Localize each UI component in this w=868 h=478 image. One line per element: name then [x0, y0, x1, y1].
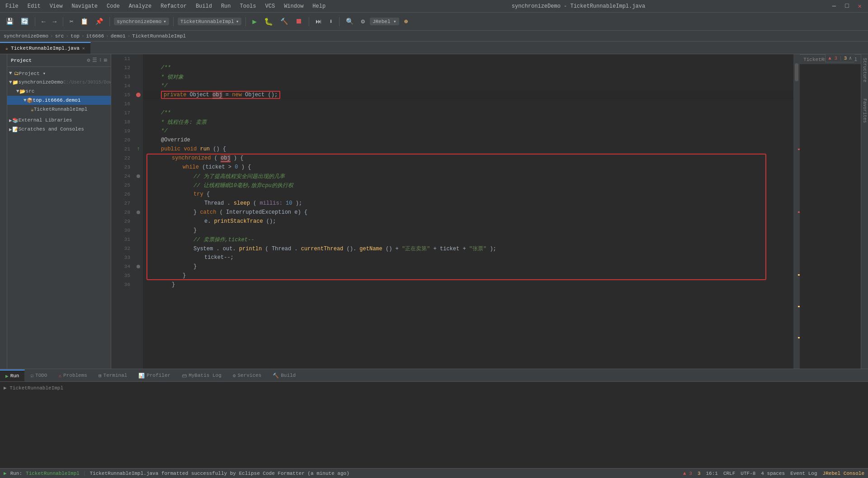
gutter-17: [134, 108, 143, 117]
menu-code[interactable]: Code: [105, 2, 122, 10]
menu-run[interactable]: Run: [219, 2, 233, 10]
cut-button[interactable]: ✂: [67, 16, 75, 27]
bottom-tab-run[interactable]: ▶ Run: [0, 370, 25, 381]
menu-view[interactable]: View: [48, 2, 65, 10]
line-19: 19: [111, 127, 134, 136]
step-over[interactable]: ⏭: [313, 17, 324, 27]
status-jrebel-console[interactable]: JRebel Console: [823, 471, 864, 476]
settings-icon[interactable]: ⊞: [104, 57, 107, 64]
build-button[interactable]: 🔨: [278, 16, 290, 27]
status-run-file[interactable]: TicketRunnableImpl: [26, 471, 80, 476]
main-content: Project ⚙ ☰ ↕ ⊞ ▼ 🗂 Project ▾ ▼ 📁 synchr…: [0, 54, 868, 369]
menu-window[interactable]: Window: [282, 2, 305, 10]
close-button[interactable]: ✕: [855, 1, 864, 11]
status-line-ending[interactable]: CRLF: [723, 471, 735, 476]
bottom-tab-services[interactable]: ⚙ Services: [227, 370, 267, 381]
collapse-icon[interactable]: ∧: [849, 55, 852, 61]
menu-vcs[interactable]: VCS: [264, 2, 277, 10]
gear-icon[interactable]: ⚙: [87, 57, 90, 64]
error-count: ▲ 3: [828, 56, 837, 61]
editor-tab-active[interactable]: ☕ TicketRunnableImpl.java ✕: [0, 42, 91, 54]
status-errors[interactable]: ▲ 3: [683, 471, 692, 476]
panel-tools[interactable]: ⚙ ☰ ↕ ⊞: [87, 57, 107, 64]
status-left: ▶ Run: TicketRunnableImpl | TicketRunnab…: [4, 470, 679, 476]
copy-button[interactable]: 📋: [78, 16, 90, 27]
settings-button[interactable]: ⚙: [359, 16, 367, 27]
sidebar-label-structure[interactable]: Structure: [861, 56, 868, 84]
tree-item-class[interactable]: ☕ TicketRunnableImpl: [7, 105, 111, 114]
code-content[interactable]: /** * 锁对象 */ private Object: [143, 54, 793, 369]
vertical-scrollbar[interactable]: [793, 54, 800, 369]
tree-item-root[interactable]: ▼ 🗂 Project ▾: [7, 69, 111, 78]
menu-bar[interactable]: File Edit View Navigate Code Analyze Ref…: [4, 2, 327, 10]
gutter-13: [134, 72, 143, 81]
maximize-button[interactable]: □: [842, 1, 851, 11]
tab-close-button[interactable]: ✕: [82, 46, 85, 51]
bottom-tab-terminal[interactable]: ⊞ Terminal: [93, 370, 133, 381]
minimize-button[interactable]: —: [830, 1, 839, 11]
tree-item-external[interactable]: ▶ 📚 External Libraries: [7, 116, 111, 125]
breadcrumb-item-demo1[interactable]: demo1: [111, 33, 126, 39]
expand-icon: ▼: [16, 89, 19, 94]
breadcrumb-item-it6666[interactable]: it6666: [86, 33, 104, 39]
project-dropdown[interactable]: synchronizeDemo ▾: [114, 18, 169, 25]
menu-build[interactable]: Build: [194, 2, 214, 10]
bottom-tab-profiler[interactable]: 📊 Profiler: [133, 370, 176, 381]
status-sep: |: [83, 471, 86, 476]
terminal-tab-label: Terminal: [104, 373, 127, 378]
bottom-tab-build[interactable]: 🔨 Build: [267, 370, 302, 381]
tree-item-project[interactable]: ▼ 📁 synchronizeDemo C:/Users/30315/Down.…: [7, 78, 111, 87]
dropdown-icon: ▾: [163, 19, 166, 24]
src-folder-icon: 📂: [19, 89, 26, 94]
menu-help[interactable]: Help: [311, 2, 327, 10]
menu-refactor[interactable]: Refactor: [159, 2, 189, 10]
status-encoding[interactable]: UTF-8: [741, 471, 755, 476]
breadcrumb-item-class[interactable]: TicketRunnableImpl: [132, 33, 186, 39]
search-button[interactable]: 🔍: [344, 16, 356, 27]
kw-void: void: [184, 146, 200, 152]
flame-button[interactable]: ⊕: [402, 16, 410, 27]
scroll-error-1: [798, 149, 800, 150]
gutter-18: [134, 117, 143, 127]
run-button[interactable]: ▶: [250, 16, 259, 28]
status-indent[interactable]: 4 spaces: [761, 471, 785, 476]
save-button[interactable]: 💾: [4, 16, 16, 27]
bottom-tab-todo[interactable]: ☑ TODO: [25, 370, 53, 381]
menu-file[interactable]: File: [4, 2, 20, 10]
breadcrumb-item-src[interactable]: src: [55, 33, 64, 39]
window-controls[interactable]: — □ ✕: [830, 1, 864, 11]
back-button[interactable]: ←: [39, 17, 47, 27]
menu-analyze[interactable]: Analyze: [127, 2, 153, 10]
breakpoint-28: [137, 211, 140, 214]
forward-button[interactable]: →: [50, 17, 58, 27]
menu-edit[interactable]: Edit: [26, 2, 42, 10]
paste-button[interactable]: 📌: [93, 16, 105, 27]
scroll-thumb[interactable]: [795, 63, 798, 81]
tree-item-scratches[interactable]: ▶ 📝 Scratches and Consoles: [7, 125, 111, 134]
sidebar-label-favorites[interactable]: Favorites: [861, 97, 868, 125]
bottom-tab-problems[interactable]: ⚠ Problems: [53, 370, 93, 381]
list-icon[interactable]: ☰: [92, 57, 97, 64]
line-32: 32: [111, 244, 134, 253]
sync-button[interactable]: 🔄: [19, 16, 31, 27]
breadcrumb-item-top[interactable]: top: [71, 33, 80, 39]
menu-tools[interactable]: Tools: [238, 2, 258, 10]
step-into[interactable]: ⬇: [327, 16, 335, 27]
stop-button[interactable]: ⏹: [293, 16, 305, 27]
bottom-tab-mybatis[interactable]: 🗃 MyBatis Log: [176, 370, 227, 381]
jrebel-dropdown[interactable]: JRebel ▾: [370, 18, 399, 25]
debug-button[interactable]: 🐛: [262, 16, 275, 28]
line-12: 12: [111, 63, 134, 72]
str-zhengzai: "正在卖第": [402, 246, 430, 252]
status-warnings[interactable]: 3: [698, 471, 701, 476]
line-28: 28: [111, 208, 134, 217]
sort-icon[interactable]: ↕: [99, 57, 102, 64]
var-obj-ref: obj: [221, 155, 231, 162]
run-config-dropdown[interactable]: TicketRunnableImpl ▾: [178, 18, 241, 25]
menu-navigate[interactable]: Navigate: [70, 2, 99, 10]
breadcrumb-item-project[interactable]: synchronizeDemo: [4, 33, 48, 39]
tree-item-src[interactable]: ▼ 📂 src: [7, 87, 111, 96]
status-event-log[interactable]: Event Log: [790, 471, 817, 476]
line-13: 13: [111, 72, 134, 81]
tree-item-package[interactable]: ▼ 📦 top.it6666.demo1: [7, 96, 111, 105]
